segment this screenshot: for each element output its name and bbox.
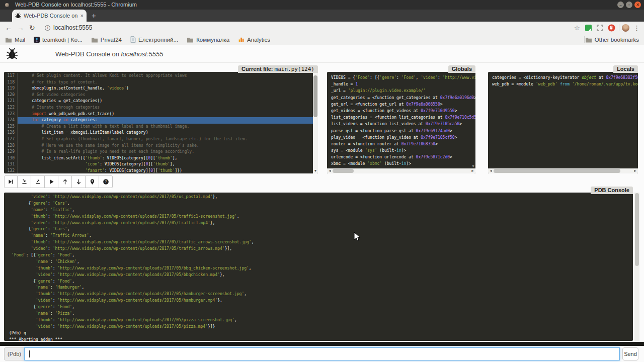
globals-hscroll-thumb[interactable] [333, 169, 354, 173]
profile-avatar[interactable] [622, 24, 629, 32]
line-number: 122 [4, 105, 18, 111]
console-line: 'video': 'http://www.vidsplay.com/wp-con… [9, 220, 633, 227]
folder-icon [187, 37, 194, 43]
where-button[interactable] [86, 175, 99, 188]
console-line: *** Aborting addon *** [9, 337, 633, 341]
variable-line: urlencode = <function urlencode at 0x7f9… [331, 154, 475, 160]
code-line-text: # Here we use the same image for all ite… [18, 143, 318, 149]
code-line-text: xbmcplugin.setContent(_handle, 'videos') [18, 85, 318, 92]
pdb-console-panel: 'video': 'http://www.vidsplay.com/wp-con… [4, 193, 633, 341]
line-number: 118 [4, 79, 18, 86]
extension-adblock-icon[interactable] [608, 24, 615, 32]
code-line: 121 categories = get_categories() [4, 98, 318, 105]
console-line: {'genre': 'Cars', [9, 226, 633, 233]
code-line: 130 list_item.setArt({'thumb': VIDEOS[ca… [4, 155, 318, 162]
bug-favicon-icon [15, 13, 21, 19]
scroll-down-icon[interactable]: ▼ [313, 169, 318, 173]
page-title: Web-PDB Console on localhost:5555 [55, 50, 163, 58]
bookmark-star-icon[interactable]: ☆ [574, 22, 580, 34]
bookmark-item[interactable]: Коммуналка [187, 37, 229, 43]
page-header: Web-PDB Console on localhost:5555 [0, 45, 644, 63]
folder-icon [585, 37, 592, 43]
scroll-left-icon[interactable]: ◄ [328, 168, 332, 173]
scroll-right-icon[interactable]: ► [633, 168, 637, 173]
reload-button[interactable]: ↻ [29, 22, 35, 34]
code-line-text: # Iterate through categories [18, 105, 318, 111]
current-file-label: Current file: main.py(124) [238, 65, 318, 73]
arrow-up-icon [62, 178, 68, 185]
help-button[interactable]: ? [99, 175, 113, 188]
pdb-command-input[interactable] [24, 347, 620, 360]
console-line: {'genre': 'Cars', [9, 201, 633, 207]
send-button[interactable]: Send [622, 347, 638, 360]
console-line: 'name': 'Chicken', [9, 259, 633, 265]
console-line: (Pdb) q [9, 330, 633, 337]
close-button[interactable]: ✕ [634, 2, 641, 8]
skip-next-icon [8, 178, 14, 185]
code-scrollbar-thumb[interactable] [313, 75, 317, 117]
return-button[interactable] [31, 175, 45, 188]
scroll-left-icon[interactable]: ◄ [489, 168, 493, 173]
extension-capture-icon[interactable] [597, 25, 603, 31]
step-out-icon [35, 178, 41, 185]
code-panel: 117 # Set plugin content. It allows Kodi… [4, 72, 318, 173]
help-circle-icon: ? [103, 178, 109, 185]
bookmark-item[interactable]: teamkodi | Ko... [34, 37, 83, 43]
variable-line: web_pdb = <module 'web_pdb' from '/home/… [492, 81, 638, 87]
tab-close-icon[interactable]: × [80, 13, 84, 19]
extension-green-icon[interactable] [585, 25, 592, 31]
step-button[interactable] [18, 175, 31, 188]
console-line: 'thumb': 'http://www.vidsplay.com/wp-con… [9, 239, 633, 246]
back-button[interactable]: ← [5, 22, 12, 34]
chart-icon [238, 36, 245, 43]
code-line: 125 # Create a list item with a text lab… [4, 124, 318, 130]
variable-line: get_url = <function get_url at 0x7f9e6a0… [331, 101, 475, 108]
window-controls: – ▫ ✕ [617, 2, 641, 8]
globals-lines: VIDEOS = {'Food': [{'genre': 'Food', 'vi… [327, 72, 475, 167]
other-bookmarks-button[interactable]: Other bookmarks [585, 34, 639, 45]
console-scrollbar [634, 193, 639, 341]
bookmark-label: Електронний... [138, 37, 178, 43]
bookmark-label: teamkodi | Ko... [42, 37, 83, 43]
stack-down-button[interactable] [72, 175, 86, 188]
variable-line: get_videos = <function get_videos at 0x7… [331, 108, 475, 114]
console-line: 'video': 'http://www.vidsplay.com/wp-con… [9, 194, 633, 201]
console-scrollbar-thumb[interactable] [635, 193, 639, 266]
bookmark-item[interactable]: Електронний... [130, 36, 178, 43]
minimize-button[interactable]: – [617, 2, 624, 8]
code-line: 129 # In a real-life plugin you need to … [4, 149, 318, 155]
forward-button[interactable]: → [17, 22, 24, 34]
browser-menu-icon[interactable]: ⋮ [633, 22, 640, 34]
variable-line: play_video = <function play_video at 0x7… [331, 134, 475, 141]
play-icon [48, 178, 55, 185]
globals-scroll-down-icon[interactable]: ▼ [471, 164, 475, 168]
variable-line: router = <function router at 0x7f9e71068… [331, 141, 475, 147]
maximize-button[interactable]: ▫ [626, 2, 632, 8]
arrow-down-icon [75, 178, 82, 185]
debug-toolbar: ? [4, 175, 113, 188]
scroll-right-icon[interactable]: ► [471, 168, 474, 173]
variable-line: VIDEOS = {'Food': [{'genre': 'Food', 'vi… [331, 74, 475, 81]
console-line: {'genre': 'Food', [9, 304, 633, 311]
locals-hscroll-thumb[interactable] [494, 169, 620, 173]
chromium-app-icon [5, 3, 9, 7]
line-number: 128 [4, 143, 18, 149]
new-tab-button[interactable]: + [92, 11, 96, 21]
code-line: 127 # Set graphics (thumbnail, fanart, b… [4, 136, 318, 143]
next-button[interactable] [4, 175, 18, 188]
site-info-icon[interactable]: i [45, 25, 50, 31]
bookmark-item[interactable]: Analytics [238, 36, 270, 43]
bookmark-item[interactable]: Mail [5, 37, 25, 43]
continue-button[interactable] [45, 175, 58, 188]
browser-tab[interactable]: Web-PDB Console on loca × [12, 10, 87, 22]
address-bar[interactable]: localhost:5555 [53, 22, 92, 34]
pdb-console-label: PDB Console [591, 187, 633, 194]
console-lines: 'video': 'http://www.vidsplay.com/wp-con… [4, 193, 633, 341]
step-into-icon [21, 178, 28, 185]
code-line: 118 # for this type of content. [4, 79, 318, 86]
code-line-text: # Set plugin content. It allows Kodi to … [18, 73, 318, 79]
code-line-text: # Create a list item with a text label a… [18, 124, 318, 130]
bookmark-item[interactable]: Privat24 [91, 37, 122, 43]
stack-up-button[interactable] [58, 175, 72, 188]
bookmark-label: Privat24 [101, 37, 122, 43]
